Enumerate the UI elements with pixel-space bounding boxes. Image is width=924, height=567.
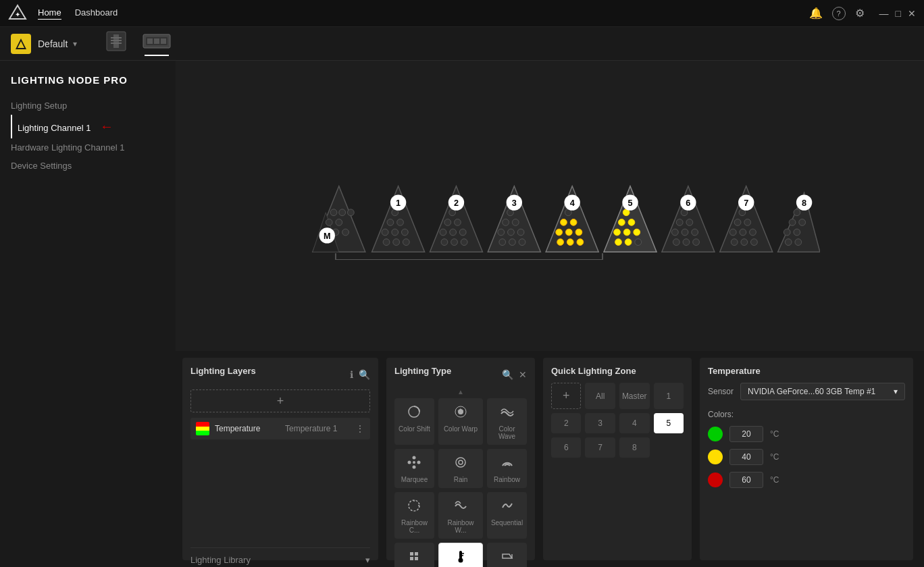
- fan-8: 8: [778, 192, 820, 252]
- lt-color-wave[interactable]: Color Wave: [487, 398, 527, 445]
- svg-point-115: [799, 219, 806, 226]
- temp-input-3[interactable]: [729, 472, 763, 488]
- lighting-layers-panel: Lighting Layers ℹ 🔍 + Temperature Temper…: [182, 358, 378, 560]
- lt-marquee-label: Marquee: [401, 476, 428, 483]
- svg-point-113: [794, 229, 800, 236]
- lt-rain[interactable]: Rain: [438, 449, 483, 488]
- qlz-1-button[interactable]: 1: [654, 383, 684, 409]
- svg-point-117: [785, 239, 792, 246]
- layers-search-icon[interactable]: 🔍: [359, 369, 370, 380]
- svg-point-58: [499, 239, 506, 246]
- svg-point-21: [336, 219, 342, 226]
- qlz-7-button[interactable]: 7: [585, 437, 615, 458]
- lighting-library-bar[interactable]: Lighting Library ▾: [190, 547, 370, 565]
- layer-menu-icon[interactable]: ⋮: [355, 423, 365, 434]
- lt-rainbow-w[interactable]: Rainbow W...: [438, 492, 483, 539]
- lt-color-shift[interactable]: Color Shift: [394, 398, 434, 445]
- settings-icon[interactable]: ⚙: [855, 7, 865, 20]
- svg-point-100: [729, 229, 736, 236]
- color-dot-1[interactable]: [708, 427, 723, 441]
- colors-label: Colors:: [708, 410, 905, 419]
- svg-point-128: [408, 461, 411, 464]
- lt-marquee[interactable]: Marquee: [394, 449, 434, 488]
- profile-chevron-icon[interactable]: ▾: [73, 39, 77, 49]
- profile-icon: [11, 34, 31, 54]
- svg-text:4: 4: [570, 198, 575, 208]
- svg-point-36: [403, 239, 409, 246]
- minimize-button[interactable]: —: [879, 8, 889, 19]
- fan-5: 5: [604, 186, 657, 252]
- nav-device-settings[interactable]: Device Settings: [11, 157, 165, 175]
- lt-rainbow[interactable]: Rainbow: [487, 449, 527, 488]
- maximize-button[interactable]: □: [896, 8, 901, 19]
- help-icon[interactable]: ?: [832, 7, 846, 20]
- lt-strobing[interactable]: Strobing: [394, 543, 434, 567]
- temp-unit-2: °C: [770, 452, 779, 462]
- notification-icon[interactable]: 🔔: [809, 7, 823, 20]
- lt-visor[interactable]: Visor: [487, 543, 527, 567]
- svg-point-135: [409, 500, 419, 511]
- lt-close-icon[interactable]: ✕: [519, 369, 527, 380]
- lt-rainbow-w-label: Rainbow W...: [442, 519, 480, 534]
- svg-point-83: [625, 239, 632, 246]
- color-shift-icon: [407, 404, 421, 423]
- nav-home[interactable]: Home: [38, 7, 61, 20]
- topbar-nav: Home Dashboard: [38, 7, 118, 20]
- lt-rain-label: Rain: [454, 476, 468, 483]
- app-logo: ✦: [8, 4, 27, 23]
- qlz-3-button[interactable]: 3: [585, 413, 615, 433]
- svg-point-42: [459, 229, 466, 236]
- fan-7: 7: [720, 186, 773, 252]
- nav-hardware-lighting-channel[interactable]: Hardware Lighting Channel 1: [11, 138, 165, 157]
- qlz-master-button[interactable]: Master: [619, 383, 650, 409]
- qlz-5-button[interactable]: 5: [654, 413, 684, 433]
- layer-item: Temperature Temperature 1 ⋮: [190, 418, 370, 439]
- lt-sequential-label: Sequential: [491, 519, 523, 526]
- lt-search-icon[interactable]: 🔍: [502, 369, 513, 380]
- lt-rainbow-c[interactable]: Rainbow C...: [394, 492, 434, 539]
- device-tab-2[interactable]: [142, 29, 172, 59]
- color-dot-2[interactable]: [708, 450, 723, 464]
- nav-lighting-channel-1[interactable]: Lighting Channel 1 ←: [11, 115, 165, 138]
- qlz-panel-title: Quick Lighting Zone: [551, 366, 684, 376]
- temp-input-2[interactable]: [729, 449, 763, 465]
- lt-color-warp[interactable]: ✦ Color Warp: [438, 398, 483, 445]
- qlz-panel: Quick Lighting Zone + All Master 1 2 3 4…: [543, 358, 692, 560]
- layer-name: Temperature: [215, 424, 280, 433]
- lt-temperature[interactable]: Temperature: [438, 543, 483, 567]
- layers-info-icon[interactable]: ℹ: [350, 369, 353, 380]
- add-layer-button[interactable]: +: [190, 389, 370, 412]
- svg-point-70: [557, 239, 564, 246]
- rainbow-icon: [500, 455, 515, 473]
- svg-point-20: [326, 219, 332, 226]
- svg-point-64: [556, 229, 563, 236]
- qlz-add-button[interactable]: +: [551, 383, 581, 409]
- main-content: LIGHTING NODE PRO Lighting Setup Lightin…: [0, 61, 924, 567]
- device-tab-1[interactable]: [104, 29, 128, 59]
- qlz-8-button[interactable]: 8: [619, 437, 650, 458]
- svg-point-56: [512, 219, 519, 226]
- temp-input-1[interactable]: [729, 426, 763, 442]
- svg-point-77: [623, 229, 630, 236]
- svg-point-35: [393, 239, 400, 246]
- svg-point-94: [673, 239, 679, 246]
- lt-sequential[interactable]: Sequential: [487, 492, 527, 539]
- qlz-2-button[interactable]: 2: [551, 413, 581, 433]
- nav-dashboard[interactable]: Dashboard: [75, 7, 118, 20]
- svg-rect-9: [111, 43, 122, 44]
- qlz-4-button[interactable]: 4: [619, 413, 650, 433]
- color-dot-3[interactable]: [708, 473, 723, 487]
- svg-text:8: 8: [802, 198, 806, 208]
- qlz-6-button[interactable]: 6: [551, 437, 581, 458]
- sensor-select[interactable]: NVIDIA GeForce...60 3GB Temp #1 ▾: [740, 383, 905, 400]
- rainbow-c-icon: [407, 498, 421, 516]
- qlz-all-button[interactable]: All: [585, 383, 615, 409]
- svg-point-133: [456, 458, 465, 467]
- svg-point-88: [671, 229, 678, 236]
- lt-rainbow-label: Rainbow: [494, 476, 520, 483]
- close-button[interactable]: ✕: [908, 8, 916, 19]
- device-tabs: [104, 29, 172, 59]
- nav-lighting-setup[interactable]: Lighting Setup: [11, 97, 165, 115]
- lt-color-wave-label: Color Wave: [490, 425, 523, 440]
- lt-rainbow-c-label: Rainbow C...: [398, 519, 431, 534]
